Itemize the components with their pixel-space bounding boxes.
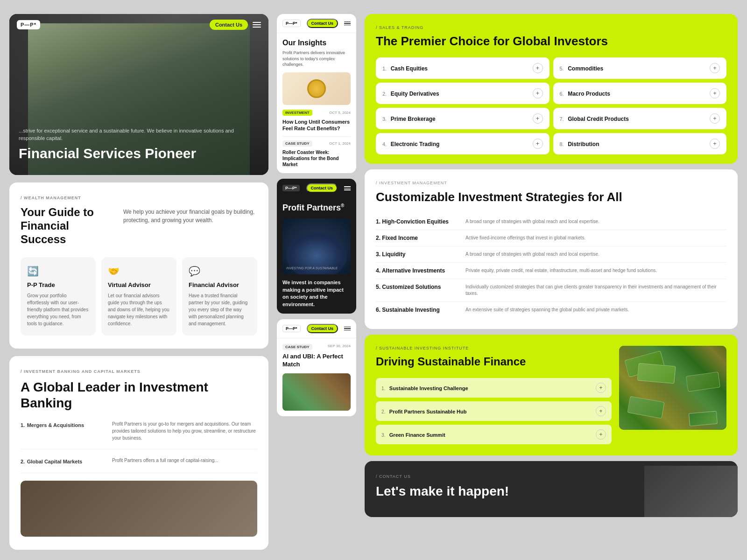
ib-item-2: 2. Global Capital Markets Profit Partner… <box>21 457 257 473</box>
st-item-electronic-trading[interactable]: 4. Electronic Trading + <box>376 133 550 154</box>
ai-contact-button[interactable]: Contact Us <box>307 324 338 333</box>
ib-item-1-num: 1. <box>21 422 25 428</box>
st-item-6-num: 6. <box>560 91 564 97</box>
hero-title: Financial Services Pioneer <box>19 146 259 161</box>
im-row-3: 3. Liquidity A broad range of strategies… <box>376 246 726 263</box>
st-item-5-btn[interactable]: + <box>710 63 720 73</box>
st-item-commodities[interactable]: 5. Commodities + <box>553 57 727 79</box>
ai-menu-icon[interactable] <box>344 327 351 331</box>
im-item-1-name: 1. High-Conviction Equities <box>376 218 460 225</box>
st-item-1-num: 1. <box>382 66 387 71</box>
st-item-2-num: 2. <box>382 91 387 97</box>
pp-dark-brand: Profit Partners® <box>282 203 351 213</box>
ib-item-1: 1. Mergers & Acquisitions Profit Partner… <box>21 420 257 449</box>
service-card-virtual[interactable]: 🤝 Virtual Advisor Let our financial advi… <box>101 257 176 336</box>
trade-desc: Grow your portfolio effortlessly with ou… <box>27 292 89 327</box>
insights-menu-icon[interactable] <box>344 21 351 26</box>
sales-trading-card: / SALES & TRADING The Premier Choice for… <box>365 14 738 164</box>
ib-item-1-desc: Profit Partners is your go-to for merger… <box>112 420 257 441</box>
ai-title[interactable]: AI and UBI: A Perfect Match <box>282 353 351 369</box>
pp-dark-menu-icon[interactable] <box>344 186 351 190</box>
article2-date: OCT 1, 2024 <box>329 141 351 146</box>
left-column: P—P* Contact Us ...strive for exceptiona… <box>9 14 268 550</box>
st-item-7-name: Global Credit Products <box>568 116 629 122</box>
investing-label: INVESTING FOR A SUSTAINABLE <box>286 266 338 270</box>
pp-dark-body: Profit Partners® INVESTING FOR A SUSTAIN… <box>277 197 356 314</box>
ai-tag-row: CASE STUDY SEP 30, 2024 <box>282 344 351 350</box>
st-item-prime-brokerage[interactable]: 3. Prime Brokerage + <box>376 108 550 129</box>
service-card-financial[interactable]: 💬 Financial Advisor Have a trusted finan… <box>182 257 257 336</box>
im-item-4-name: 4. Alternative Investments <box>376 267 460 274</box>
sf-item-2[interactable]: 2. Profit Partners Sustainable Hub + <box>376 401 612 421</box>
service-card-trade[interactable]: 🔄 P-P Trade Grow your portfolio effortle… <box>21 257 96 336</box>
st-item-7-btn[interactable]: + <box>710 113 720 124</box>
st-item-3-btn[interactable]: + <box>533 113 543 124</box>
pp-dark-contact-button[interactable]: Contact Us <box>306 183 338 193</box>
im-row-5: 5. Customized Solutions Individually cus… <box>376 279 726 302</box>
bill-4 <box>627 396 664 419</box>
sf-item-2-name: Profit Partners Sustainable Hub <box>389 409 467 414</box>
st-item-4-btn[interactable]: + <box>533 139 543 149</box>
sf-items: 1. Sustainable Investing Challenge + 2. … <box>376 378 612 444</box>
st-item-equity-derivatives[interactable]: 2. Equity Derivatives + <box>376 83 550 104</box>
article1-title[interactable]: How Long Until Consumers Feel Rate Cut B… <box>282 119 351 132</box>
st-item-distribution[interactable]: 8. Distribution + <box>553 133 727 154</box>
ib-item-1-name: Mergers & Acquisitions <box>27 422 84 428</box>
sf-title: Driving Sustainable Finance <box>376 355 612 369</box>
sf-item-3[interactable]: 3. Green Finance Summit + <box>376 425 612 444</box>
investment-management-card: / INVESTMENT MANAGEMENT Customizable Inv… <box>365 169 738 329</box>
right-column: / SALES & TRADING The Premier Choice for… <box>365 14 738 550</box>
st-item-2-btn[interactable]: + <box>533 88 543 98</box>
sf-item-3-name: Green Finance Summit <box>389 432 445 438</box>
sf-item-1[interactable]: 1. Sustainable Investing Challenge + <box>376 378 612 398</box>
hero-card: P—P* Contact Us ...strive for exceptiona… <box>9 14 268 175</box>
insights-contact-button[interactable]: Contact Us <box>307 19 338 28</box>
cta-person-image <box>644 466 738 517</box>
sf-item-2-btn[interactable]: + <box>596 406 606 416</box>
im-row-6: 6. Sustainable Investing An extensive su… <box>376 302 726 318</box>
hero-menu-icon[interactable] <box>253 22 261 28</box>
im-item-4-desc: Private equity, private credit, real est… <box>465 267 726 274</box>
divider <box>282 136 351 137</box>
article2-tag-row: CASE STUDY OCT 1, 2024 <box>282 140 351 147</box>
st-grid: 1. Cash Equities + 5. Commodities + 2. E… <box>376 57 726 154</box>
sf-item-3-btn[interactable]: + <box>596 429 606 440</box>
im-item-3-name: 3. Liquidity <box>376 251 460 258</box>
im-item-5-desc: Individually customized strategies that … <box>465 284 726 297</box>
financial-name: Financial Advisor <box>189 281 251 288</box>
financial-desc: Have a trusted financial partner by your… <box>189 292 251 327</box>
sf-item-1-btn[interactable]: + <box>596 383 606 393</box>
ib-title: A Global Leader in Investment Banking <box>21 379 257 411</box>
sf-item-2-num: 2. <box>381 409 385 414</box>
globe-image: INVESTING FOR A SUSTAINABLE <box>282 218 351 274</box>
profit-partners-card: P—P* Contact Us Profit Partners® INVESTI… <box>277 179 356 314</box>
hero-contact-button[interactable]: Contact Us <box>210 20 248 30</box>
article2-title[interactable]: Roller Coaster Week: Implications for th… <box>282 149 351 168</box>
st-item-cash-equities[interactable]: 1. Cash Equities + <box>376 57 550 79</box>
insights-image <box>282 72 351 105</box>
st-item-6-btn[interactable]: + <box>710 88 720 98</box>
wealth-management-section: / WEALTH MANAGEMENT Your Guide to Financ… <box>9 182 268 349</box>
ai-body: CASE STUDY SEP 30, 2024 AI and UBI: A Pe… <box>277 338 356 416</box>
st-item-4-num: 4. <box>382 141 387 147</box>
st-item-1-btn[interactable]: + <box>533 63 543 73</box>
sf-tag: / SUSTAINABLE INVESTING INSTITUTE <box>376 346 612 350</box>
wm-title: Your Guide to Financial Success <box>21 206 114 246</box>
im-item-2-name: 2. Fixed Income <box>376 235 460 241</box>
st-item-8-btn[interactable]: + <box>710 139 720 149</box>
st-item-5-name: Commodities <box>568 65 603 72</box>
st-item-2-name: Equity Derivatives <box>391 91 439 97</box>
ib-item-2-name: Global Capital Markets <box>27 459 83 464</box>
st-item-7-num: 7. <box>560 116 564 122</box>
wm-tag: / WEALTH MANAGEMENT <box>21 196 257 200</box>
im-row-1: 1. High-Conviction Equities A broad rang… <box>376 214 726 230</box>
article1-date: OCT 5, 2024 <box>329 111 351 115</box>
cta-card: / CONTACT US Let's make it happen! <box>365 461 738 517</box>
ai-logo: P—P* <box>282 325 301 332</box>
st-item-macro-products[interactable]: 6. Macro Products + <box>553 83 727 104</box>
middle-column: P—P* Contact Us Our Insights Profit Part… <box>277 14 356 550</box>
pp-dark-logo: P—P* <box>282 185 300 191</box>
st-item-global-credit[interactable]: 7. Global Credit Products + <box>553 108 727 129</box>
im-tag: / INVESTMENT MANAGEMENT <box>376 181 726 185</box>
ai-nav: P—P* Contact Us <box>277 319 356 338</box>
